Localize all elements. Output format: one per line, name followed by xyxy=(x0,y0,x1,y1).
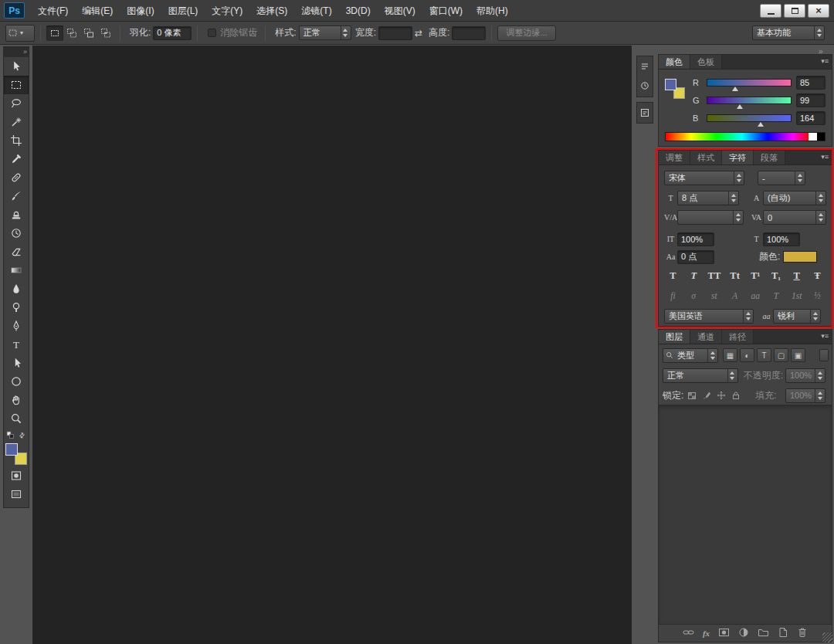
green-slider-thumb[interactable] xyxy=(737,104,743,109)
new-selection-button[interactable] xyxy=(46,25,63,41)
delete-layer-button[interactable] xyxy=(797,627,808,640)
tab-styles[interactable]: 样式 xyxy=(690,151,722,164)
tab-color[interactable]: 颜色 xyxy=(659,55,690,69)
menu-view[interactable]: 视图(V) xyxy=(378,0,422,22)
tab-swatches[interactable]: 色板 xyxy=(690,55,722,69)
filter-smart-objects-button[interactable]: ▣ xyxy=(791,348,805,362)
blue-value-input[interactable] xyxy=(796,111,826,125)
subscript-button[interactable]: T₁ xyxy=(768,269,785,283)
underline-button[interactable]: T xyxy=(788,269,805,283)
stylistic-alternates-button[interactable]: aa xyxy=(748,289,764,303)
default-colors-icon[interactable] xyxy=(6,431,15,439)
canvas-area[interactable] xyxy=(32,46,632,644)
text-color-swatch[interactable] xyxy=(783,251,817,263)
tab-paragraph[interactable]: 段落 xyxy=(754,151,785,164)
spot-healing-brush-tool[interactable] xyxy=(4,168,29,187)
layers-list[interactable] xyxy=(659,405,832,625)
menu-layer[interactable]: 图层(L) xyxy=(161,0,205,22)
blur-tool[interactable] xyxy=(4,280,29,298)
eraser-tool[interactable] xyxy=(4,242,29,261)
style-dropdown[interactable]: 正常 xyxy=(299,25,351,40)
small-caps-button[interactable]: Tt xyxy=(727,269,743,283)
antialias-checkbox[interactable] xyxy=(208,29,216,37)
tab-paths[interactable]: 路径 xyxy=(722,330,754,344)
feather-input[interactable] xyxy=(153,26,192,40)
color-panel-menu-icon[interactable]: ▾≡ xyxy=(821,55,832,69)
crop-tool[interactable] xyxy=(4,131,29,150)
baseline-shift-input[interactable] xyxy=(677,250,714,264)
leading-dropdown[interactable]: (自动) xyxy=(763,191,826,205)
new-adjustment-layer-button[interactable] xyxy=(738,627,749,640)
brush-tool[interactable] xyxy=(4,187,29,205)
kerning-dropdown[interactable] xyxy=(677,210,744,225)
clone-stamp-tool[interactable] xyxy=(4,205,29,224)
minimize-button[interactable] xyxy=(760,4,781,18)
eyedropper-tool[interactable] xyxy=(4,150,29,168)
filter-adjustment-layers-button[interactable]: ◐ xyxy=(740,348,754,362)
gradient-tool[interactable] xyxy=(4,261,29,280)
height-input[interactable] xyxy=(452,26,486,40)
ligatures-button[interactable]: fi xyxy=(665,289,681,303)
filter-shape-layers-button[interactable]: ▢ xyxy=(774,348,788,362)
window-resize-grip[interactable] xyxy=(822,632,832,642)
lock-position-button[interactable] xyxy=(715,390,727,402)
opacity-dropdown[interactable]: 100% xyxy=(785,368,826,383)
blend-mode-dropdown[interactable]: 正常 xyxy=(663,368,738,383)
add-selection-button[interactable] xyxy=(63,25,80,41)
discretionary-ligatures-button[interactable]: st xyxy=(706,289,722,303)
superscript-button[interactable]: T¹ xyxy=(748,269,764,283)
collapsed-panel-properties-button[interactable] xyxy=(637,76,653,95)
shape-tool[interactable] xyxy=(4,372,29,391)
new-group-button[interactable] xyxy=(758,627,769,640)
color-spectrum-ramp[interactable] xyxy=(665,132,826,141)
type-tool[interactable]: T xyxy=(4,335,29,354)
quick-mask-button[interactable] xyxy=(4,466,29,485)
layers-panel-menu-icon[interactable]: ▾≡ xyxy=(821,330,832,344)
ordinals-button[interactable]: 1st xyxy=(788,289,805,303)
contextual-alternates-button[interactable]: σ xyxy=(686,289,702,303)
menu-edit[interactable]: 编辑(E) xyxy=(75,0,120,22)
hand-tool[interactable] xyxy=(4,391,29,409)
pen-tool[interactable] xyxy=(4,317,29,335)
workspace-switcher[interactable]: 基本功能 xyxy=(752,25,825,40)
language-dropdown[interactable]: 美国英语 xyxy=(664,309,754,324)
red-slider-thumb[interactable] xyxy=(732,86,738,91)
history-brush-tool[interactable] xyxy=(4,224,29,242)
rectangular-marquee-tool[interactable] xyxy=(4,76,29,94)
font-style-dropdown[interactable]: - xyxy=(758,171,805,185)
titling-alternates-button[interactable]: T xyxy=(768,289,785,303)
blue-slider[interactable] xyxy=(707,114,792,122)
tab-layers[interactable]: 图层 xyxy=(659,330,690,344)
green-value-input[interactable] xyxy=(796,93,826,107)
subtract-selection-button[interactable] xyxy=(80,25,97,41)
lasso-tool[interactable] xyxy=(4,94,29,113)
menu-3d[interactable]: 3D(D) xyxy=(339,0,378,22)
fractions-button[interactable]: ½ xyxy=(809,289,826,303)
menu-type[interactable]: 文字(Y) xyxy=(205,0,249,22)
vertical-scale-input[interactable] xyxy=(677,232,714,246)
collapsed-panel-history-button[interactable] xyxy=(637,56,653,76)
layer-style-button[interactable]: fx xyxy=(703,629,710,638)
zoom-tool[interactable] xyxy=(4,409,29,428)
menu-file[interactable]: 文件(F) xyxy=(31,0,75,22)
swap-dimensions-icon[interactable]: ⇄ xyxy=(415,28,422,39)
strikethrough-button[interactable]: Ŧ xyxy=(809,269,826,283)
fill-dropdown[interactable]: 100% xyxy=(785,388,826,403)
screen-mode-button[interactable] xyxy=(4,485,29,503)
link-layers-button[interactable] xyxy=(683,627,694,640)
horizontal-scale-input[interactable] xyxy=(763,232,800,246)
foreground-color-swatch[interactable] xyxy=(5,443,18,456)
tracking-dropdown[interactable]: 0 xyxy=(763,210,826,225)
swash-button[interactable]: A xyxy=(727,289,743,303)
new-layer-button[interactable] xyxy=(778,627,788,640)
menu-select[interactable]: 选择(S) xyxy=(249,0,294,22)
menu-help[interactable]: 帮助(H) xyxy=(470,0,515,22)
swap-colors-icon[interactable]: ⇄ xyxy=(18,430,29,442)
refine-edge-button[interactable]: 调整边缘... xyxy=(497,25,555,41)
close-button[interactable]: × xyxy=(808,4,829,18)
filter-toggle-button[interactable] xyxy=(819,349,829,361)
tab-adjustments[interactable]: 调整 xyxy=(659,151,690,164)
move-tool[interactable] xyxy=(4,57,29,76)
green-slider[interactable] xyxy=(707,97,792,104)
all-caps-button[interactable]: TT xyxy=(706,269,722,283)
